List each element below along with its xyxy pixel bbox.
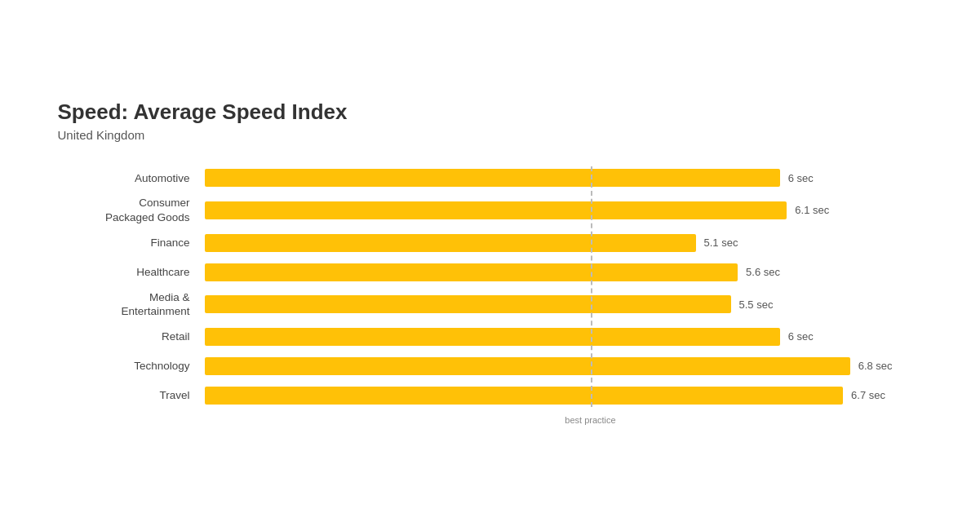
bar-fill [205,201,787,219]
bar-value: 5.5 sec [739,299,774,311]
bar-row: Healthcare5.6 sec [58,261,907,284]
bar-fill [205,387,844,405]
bar-row: Finance5.1 sec [58,232,907,254]
bar-row: Retail6 sec [58,325,907,348]
bar-row: Media &Entertainment5.5 sec [58,290,907,319]
bar-value: 5.6 sec [746,266,780,278]
bar-fill [205,234,696,252]
bar-value: 6 sec [788,172,814,184]
bar-row: Technology6.8 sec [58,355,907,378]
bar-value: 6.7 sec [851,389,885,401]
bar-label: Technology [58,359,205,374]
bar-track: 6 sec [205,325,907,348]
chart-title: Speed: Average Speed Index [58,100,907,125]
bar-row: Automotive6 sec [58,166,907,189]
bar-rows-wrapper: Automotive6 secConsumerPackaged Goods6.1… [58,166,907,406]
bar-fill [205,263,738,281]
bar-label: Automotive [58,171,205,186]
bar-fill [205,357,850,375]
chart-subtitle: United Kingdom [58,128,907,142]
bar-track: 5.1 sec [205,232,907,254]
bar-value: 5.1 sec [704,237,738,249]
bar-value: 6.1 sec [795,204,829,216]
bar-label: ConsumerPackaged Goods [58,196,205,224]
bar-track: 6.8 sec [205,355,907,378]
bar-label: Healthcare [58,265,205,280]
bar-track: 5.6 sec [205,261,907,284]
best-practice-label: best practice [565,415,615,425]
bar-label: Media &Entertainment [58,290,205,319]
bar-row: Travel6.7 sec [58,384,907,407]
bar-label: Travel [58,388,205,403]
bar-row: ConsumerPackaged Goods6.1 sec [58,196,907,224]
bar-fill [205,328,780,346]
chart-container: Speed: Average Speed Index United Kingdo… [42,75,939,437]
bar-value: 6 sec [788,330,814,343]
bar-track: 6 sec [205,166,907,189]
bar-fill [205,295,731,313]
bar-track: 5.5 sec [205,293,907,316]
bar-fill [205,169,780,187]
bar-track: 6.7 sec [205,384,907,407]
bar-label: Retail [58,329,205,344]
bar-value: 6.8 sec [858,360,893,372]
bar-label: Finance [58,236,205,250]
bar-track: 6.1 sec [205,199,907,222]
